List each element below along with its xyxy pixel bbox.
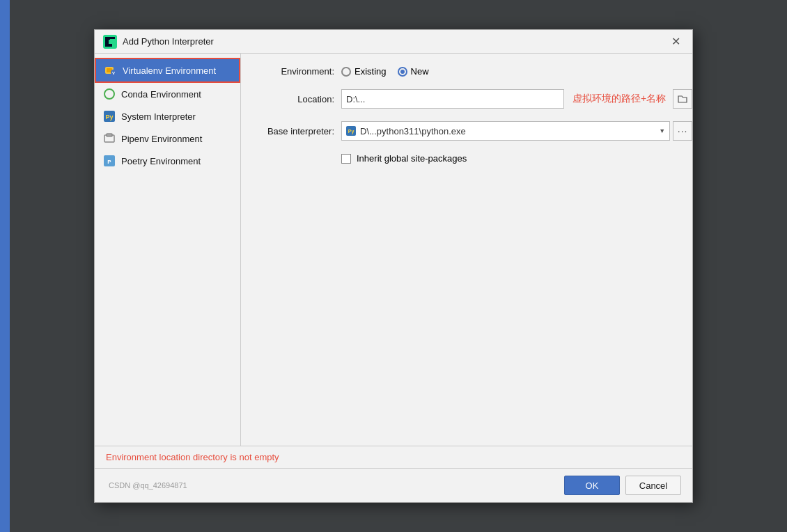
dialog-title: Add Python Interpreter bbox=[123, 36, 214, 47]
cancel-button[interactable]: Cancel bbox=[625, 476, 681, 495]
interpreter-input-wrapper: Py D\...python311\python.exe ▼ ··· bbox=[341, 121, 692, 141]
main-panel: Environment: Existing New Loca bbox=[241, 54, 692, 446]
sidebar-item-pipenv[interactable]: Pipenv Environment bbox=[95, 127, 240, 150]
interpreter-select[interactable]: Py D\...python311\python.exe ▼ bbox=[341, 121, 670, 141]
dialog-footer: CSDN @qq_42694871 OK Cancel bbox=[95, 468, 692, 502]
sidebar-item-pipenv-label: Pipenv Environment bbox=[121, 134, 202, 144]
svg-rect-3 bbox=[105, 44, 112, 47]
conda-icon bbox=[103, 88, 116, 100]
watermark: CSDN @qq_42694871 bbox=[109, 481, 187, 490]
interpreter-row: Base interpreter: Py D\...python311\pyth… bbox=[258, 121, 692, 141]
radio-new-circle bbox=[398, 67, 407, 77]
radio-group: Existing New bbox=[341, 66, 429, 77]
overlay: Add Python Interpreter ✕ V Vir bbox=[0, 0, 787, 532]
svg-text:V: V bbox=[112, 71, 115, 75]
location-row: Location: 虚拟环境的路径+名称 bbox=[258, 89, 692, 109]
virtualenv-icon: V bbox=[104, 64, 117, 77]
inherit-label: Inherit global site-packages bbox=[357, 153, 467, 164]
sidebar-item-poetry[interactable]: P Poetry Environment bbox=[95, 150, 240, 172]
radio-existing-circle bbox=[341, 67, 351, 77]
inherit-row: Inherit global site-packages bbox=[341, 153, 692, 164]
left-strip bbox=[0, 0, 10, 532]
interpreter-label: Base interpreter: bbox=[258, 126, 334, 136]
environment-row: Environment: Existing New bbox=[258, 66, 692, 77]
dialog-titlebar: Add Python Interpreter ✕ bbox=[95, 30, 692, 54]
sidebar: V Virtualenv Environment Conda Environme… bbox=[95, 54, 241, 446]
sidebar-item-system-label: System Interpreter bbox=[121, 111, 196, 122]
folder-icon bbox=[678, 94, 687, 104]
inherit-checkbox[interactable] bbox=[341, 154, 351, 164]
location-input[interactable] bbox=[341, 89, 564, 109]
close-button[interactable]: ✕ bbox=[667, 33, 684, 50]
svg-rect-4 bbox=[110, 39, 115, 42]
radio-existing[interactable]: Existing bbox=[341, 66, 387, 77]
pycharm-icon bbox=[103, 35, 117, 49]
title-left: Add Python Interpreter bbox=[103, 35, 214, 49]
location-annotation: 虚拟环境的路径+名称 bbox=[572, 93, 666, 105]
dialog-body: V Virtualenv Environment Conda Environme… bbox=[95, 54, 692, 446]
error-message: Environment location directory is not em… bbox=[95, 446, 692, 468]
location-input-wrapper: 虚拟环境的路径+名称 bbox=[341, 89, 666, 109]
interpreter-more-button[interactable]: ··· bbox=[673, 121, 692, 141]
svg-text:P: P bbox=[107, 159, 111, 165]
sidebar-item-virtualenv[interactable]: V Virtualenv Environment bbox=[95, 58, 240, 83]
sidebar-item-system[interactable]: Py System Interpreter bbox=[95, 105, 240, 127]
sidebar-item-virtualenv-label: Virtualenv Environment bbox=[123, 65, 216, 76]
environment-label: Environment: bbox=[258, 66, 334, 77]
system-icon: Py bbox=[103, 110, 116, 123]
python-small-icon: Py bbox=[346, 126, 356, 136]
error-section: Environment location directory is not em… bbox=[95, 446, 692, 468]
sidebar-item-conda[interactable]: Conda Environment bbox=[95, 83, 240, 105]
radio-existing-label: Existing bbox=[354, 66, 387, 77]
pipenv-icon bbox=[103, 132, 116, 145]
location-browse-button[interactable] bbox=[673, 89, 692, 109]
svg-text:Py: Py bbox=[105, 114, 113, 120]
dropdown-arrow-icon: ▼ bbox=[659, 127, 665, 134]
sidebar-item-conda-label: Conda Environment bbox=[121, 89, 201, 100]
radio-new-label: New bbox=[411, 66, 429, 77]
interpreter-value: D\...python311\python.exe bbox=[360, 126, 655, 136]
dialog-window: Add Python Interpreter ✕ V Vir bbox=[94, 29, 693, 503]
ok-button[interactable]: OK bbox=[564, 476, 620, 495]
sidebar-item-poetry-label: Poetry Environment bbox=[121, 156, 201, 166]
location-label: Location: bbox=[258, 94, 334, 104]
poetry-icon: P bbox=[103, 155, 116, 167]
radio-new[interactable]: New bbox=[398, 66, 429, 77]
